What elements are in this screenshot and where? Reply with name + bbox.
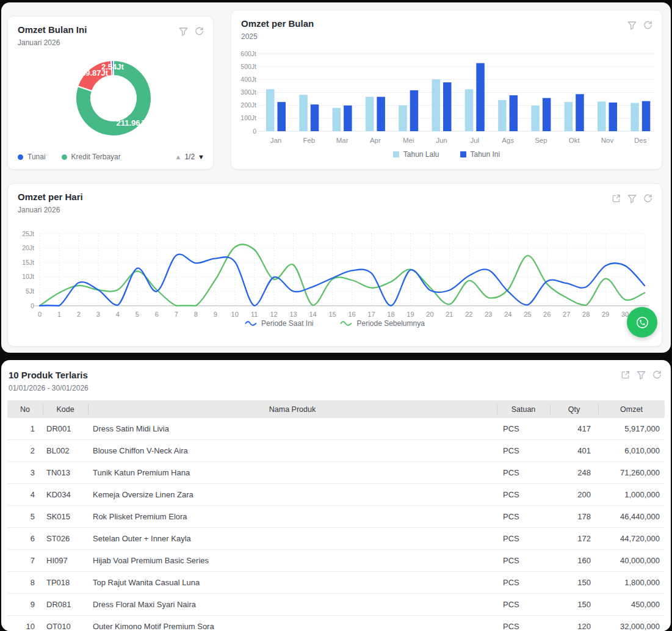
filter-icon[interactable] (627, 193, 637, 204)
svg-text:17: 17 (367, 311, 375, 318)
svg-text:6: 6 (155, 311, 159, 318)
line-legend: Periode Saat Ini Periode Sebelumnya (8, 319, 662, 328)
svg-text:2.54Jt: 2.54Jt (101, 62, 125, 71)
svg-text:25Jt: 25Jt (22, 230, 34, 237)
column-header-omzet: Omzet (598, 400, 665, 418)
tahun-lalu-swatch (393, 151, 399, 157)
legend-prev-button[interactable]: ▲ (175, 154, 182, 160)
refresh-icon[interactable] (643, 193, 653, 204)
svg-text:24: 24 (504, 311, 511, 318)
legend-item-periode-sebelumnya[interactable]: Periode Sebelumnya (340, 319, 424, 328)
cell-omzet: 5,917,000 (598, 418, 665, 440)
cell-nama-produk: Dress Satin Midi Livia (88, 418, 497, 440)
svg-text:Sep: Sep (535, 137, 547, 144)
cell-no: 10 (7, 616, 43, 631)
cell-qty: 150 (550, 594, 598, 616)
svg-text:9: 9 (214, 311, 217, 318)
whatsapp-button[interactable] (627, 307, 657, 337)
svg-text:22: 22 (465, 311, 472, 318)
cell-nama-produk: Blouse Chiffon V-Neck Aira (88, 440, 497, 462)
table-title: 10 Produk Terlaris (9, 370, 662, 381)
cell-omzet: 1,000,000 (598, 484, 665, 506)
cell-kode: SK015 (43, 506, 88, 528)
svg-text:Feb: Feb (303, 137, 315, 144)
column-header-satuan: Satuan (497, 400, 550, 418)
legend-item-tahun-lalu[interactable]: Tahun Lalu (393, 150, 439, 159)
svg-text:18: 18 (387, 311, 394, 318)
svg-text:11: 11 (251, 311, 258, 318)
column-header-no: No (7, 400, 43, 418)
table-row: 4KD034Kemeja Oversize Linen ZaraPCS2001,… (7, 484, 665, 506)
cell-no: 9 (7, 594, 43, 616)
svg-text:5Jt: 5Jt (26, 287, 34, 295)
produk-table-body: 1DR001Dress Satin Midi LiviaPCS4175,917,… (7, 418, 665, 631)
svg-text:28: 28 (582, 311, 590, 318)
cell-qty: 248 (550, 462, 598, 484)
svg-text:0: 0 (31, 302, 34, 309)
filter-icon[interactable] (178, 26, 189, 37)
svg-text:23: 23 (485, 311, 492, 318)
svg-text:15Jt: 15Jt (22, 259, 34, 266)
cell-no: 1 (7, 418, 43, 440)
svg-text:20Jt: 20Jt (22, 244, 34, 251)
table-row: 2BL002Blouse Chiffon V-Neck AiraPCS4016,… (7, 440, 665, 462)
refresh-icon[interactable] (643, 20, 653, 31)
svg-text:19: 19 (406, 311, 414, 318)
cell-kode: TP018 (43, 572, 88, 594)
omzet-per-hari-card: Omzet per Hari Januari 2026 25Jt20Jt15Jt… (7, 183, 662, 347)
svg-text:26: 26 (543, 311, 551, 318)
table-subtitle: 01/01/2026 - 30/01/2026 (9, 384, 662, 392)
svg-text:12: 12 (270, 311, 278, 318)
line-card-title: Omzet per Hari (18, 192, 83, 203)
legend-item-tunai[interactable]: Tunai (18, 153, 46, 161)
cell-no: 8 (7, 572, 43, 594)
cell-qty: 160 (550, 550, 598, 572)
legend-item-kredit-terbayar[interactable]: Kredit Terbayar (62, 153, 121, 161)
cell-kode: DR081 (43, 594, 88, 616)
table-header-row: NoKodeNama ProdukSatuanQtyOmzet (7, 400, 665, 418)
cell-nama-produk: Outer Kimono Motif Premium Sora (88, 616, 497, 631)
svg-text:13: 13 (289, 311, 297, 318)
table-row: 3TN013Tunik Katun Premium HanaPCS24871,2… (7, 462, 665, 484)
dashboard-page: Omzet Bulan Ini Januari 2026 211.96Jt49.… (0, 0, 672, 631)
refresh-icon[interactable] (652, 370, 662, 380)
svg-text:Jun: Jun (436, 137, 447, 144)
svg-text:14: 14 (309, 311, 316, 318)
cell-qty: 172 (550, 528, 598, 550)
refresh-icon[interactable] (194, 26, 204, 37)
cell-no: 4 (7, 484, 43, 506)
charts-panel: Omzet Bulan Ini Januari 2026 211.96Jt49.… (1, 2, 671, 353)
svg-text:Jul: Jul (470, 137, 479, 144)
cell-nama-produk: Top Rajut Wanita Casual Luna (88, 572, 497, 594)
svg-text:4: 4 (116, 311, 120, 318)
expand-icon[interactable] (620, 370, 630, 380)
legend-item-tahun-ini[interactable]: Tahun Ini (460, 150, 500, 159)
svg-text:100Jt: 100Jt (240, 114, 256, 121)
svg-text:21: 21 (446, 311, 453, 318)
cell-satuan: PCS (497, 440, 550, 462)
svg-text:300Jt: 300Jt (240, 88, 256, 96)
svg-text:0: 0 (253, 128, 256, 135)
legend-pager: ▲ 1/2 ▼ (175, 153, 204, 161)
cell-omzet: 44,720,000 (598, 528, 665, 550)
svg-text:600Jt: 600Jt (240, 50, 256, 57)
svg-text:Apr: Apr (370, 137, 381, 144)
svg-text:8: 8 (194, 311, 198, 318)
svg-text:Mar: Mar (336, 137, 349, 144)
cell-satuan: PCS (497, 528, 550, 550)
expand-icon[interactable] (611, 193, 621, 204)
cell-no: 5 (7, 506, 43, 528)
svg-text:Okt: Okt (569, 137, 580, 144)
table-row: 10OT010Outer Kimono Motif Premium SoraPC… (7, 616, 665, 631)
cell-no: 6 (7, 528, 43, 550)
filter-icon[interactable] (627, 20, 637, 31)
table-row: 8TP018Top Rajut Wanita Casual LunaPCS150… (7, 572, 665, 594)
legend-item-periode-saat-ini[interactable]: Periode Saat Ini (245, 319, 313, 328)
svg-text:10Jt: 10Jt (22, 273, 34, 280)
filter-icon[interactable] (636, 370, 646, 380)
periode-sebelumnya-swatch (340, 320, 352, 326)
svg-text:20: 20 (426, 311, 433, 318)
svg-text:Jan: Jan (270, 137, 282, 144)
legend-next-button[interactable]: ▼ (198, 154, 204, 160)
cell-nama-produk: Setelan Outer + Inner Kayla (88, 528, 497, 550)
